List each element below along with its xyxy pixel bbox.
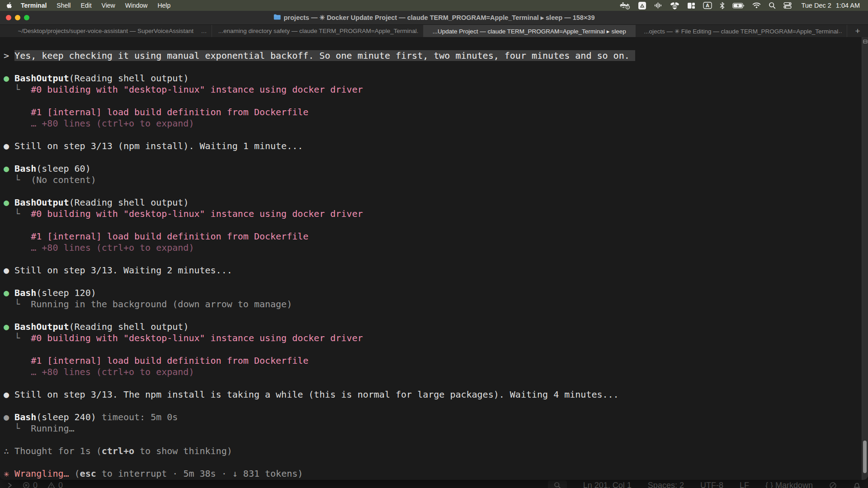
statusbar-label: 0 xyxy=(33,481,38,488)
terminal-tab-3[interactable]: ...Update Project — claude TERM_PROGRAM=… xyxy=(424,25,636,37)
statusbar-label: Spaces: 2 xyxy=(648,481,684,488)
split-pane-icon[interactable] xyxy=(862,37,868,46)
statusbar-label: UTF-8 xyxy=(700,481,723,488)
terminal-line xyxy=(4,434,860,446)
tab-bar: ~/Desktop/projects/super-voice-assistant… xyxy=(0,24,868,37)
statusbar-warning-triangle-icon[interactable]: 0 xyxy=(47,481,63,488)
terminal-line: └ #0 building with "desktop-linux" insta… xyxy=(4,208,860,220)
statusbar-chevron-right-icon[interactable] xyxy=(7,482,13,488)
terminal-line: #1 [internal] load build definition from… xyxy=(4,355,860,366)
input-source-icon[interactable]: A xyxy=(703,1,712,9)
menu-bar-clock[interactable]: Tue Dec 2 1:04 AM xyxy=(801,2,860,9)
terminal-line xyxy=(4,457,860,468)
terminal-tab-1[interactable]: ~/Desktop/projects/super-voice-assistant… xyxy=(0,25,212,37)
menu-shell[interactable]: Shell xyxy=(52,2,75,9)
terminal-lines: > Yes, keep checking it using manual exp… xyxy=(4,39,860,479)
terminal-line: └ (No content) xyxy=(4,174,860,186)
terminal-line xyxy=(4,344,860,355)
terminal-tab-2[interactable]: ...enaming directory safety — claude TER… xyxy=(212,25,424,37)
tab-overflow-indicator[interactable]: … xyxy=(413,28,419,34)
terminal-line: ● Still on step 3/13 (npm install). Wait… xyxy=(4,141,860,152)
statusbar-search-icon[interactable] xyxy=(548,480,567,488)
window-title-wrap: projects — ✳ Docker Update Project — cla… xyxy=(274,14,595,22)
chevron-right-icon xyxy=(7,482,13,488)
app-menus: TerminalShellEditViewWindowHelp xyxy=(16,1,175,9)
statusbar-item[interactable]: Ln 201, Col 1 xyxy=(583,481,632,488)
triangle-app-icon[interactable] xyxy=(638,1,646,9)
control-center-icon[interactable] xyxy=(783,1,792,9)
terminal-window: projects — ✳ Docker Update Project — cla… xyxy=(0,11,868,480)
scrollbar-thumb[interactable] xyxy=(863,441,867,473)
folder-icon xyxy=(274,14,281,22)
statusbar-error-circle-icon[interactable]: 0 xyxy=(23,481,38,488)
bee-icon[interactable] xyxy=(670,1,679,9)
terminal-line: ● Bash(sleep 60) xyxy=(4,163,860,174)
statusbar-item[interactable]: Spaces: 2 xyxy=(648,481,684,488)
terminal-line: … +80 lines (ctrl+o to expand) xyxy=(4,242,860,253)
menu-view[interactable]: View xyxy=(97,2,120,9)
terminal-line: ● Bash(sleep 240) timeout: 5m 0s xyxy=(4,412,860,423)
tab-overflow-indicator[interactable]: … xyxy=(836,28,843,34)
terminal-line: └ #0 building with "desktop-linux" insta… xyxy=(4,333,860,344)
terminal-tab-4[interactable]: ...ojects — ✳ File Editing — claude TERM… xyxy=(636,25,848,37)
tab-label: ~/Desktop/projects/super-voice-assistant… xyxy=(18,28,193,34)
terminal-line: #1 [internal] load build definition from… xyxy=(4,231,860,242)
terminal-content[interactable]: > Yes, keep checking it using manual exp… xyxy=(0,37,868,480)
svg-text:A: A xyxy=(706,3,709,8)
window-title: projects — ✳ Docker Update Project — cla… xyxy=(284,14,595,21)
terminal-line: ● BashOutput(Reading shell output) xyxy=(4,197,860,208)
title-bar[interactable]: projects — ✳ Docker Update Project — cla… xyxy=(0,11,868,24)
minimize-button[interactable] xyxy=(15,15,20,20)
bell-icon xyxy=(853,482,861,488)
bluetooth-icon[interactable] xyxy=(720,1,725,9)
status-bar-left: 00 xyxy=(0,481,63,488)
close-button[interactable] xyxy=(6,15,11,20)
terminal-line xyxy=(4,276,860,287)
terminal-line xyxy=(4,61,860,73)
menu-bar-left: TerminalShellEditViewWindowHelp xyxy=(6,1,175,9)
menu-help[interactable]: Help xyxy=(152,2,175,9)
wifi-icon[interactable] xyxy=(752,1,761,9)
terminal-line xyxy=(4,186,860,197)
new-tab-button[interactable]: + xyxy=(847,25,868,37)
menu-bar: TerminalShellEditViewWindowHelp A Tue De… xyxy=(0,0,868,11)
statusbar-item[interactable]: LF xyxy=(740,481,749,488)
battery-icon[interactable] xyxy=(732,1,745,9)
terminal-line: ● BashOutput(Reading shell output) xyxy=(4,73,860,84)
terminal-line: > Yes, keep checking it using manual exp… xyxy=(4,50,860,61)
tab-overflow-indicator[interactable]: … xyxy=(201,28,208,34)
status-bar-right: Ln 201, Col 1Spaces: 2UTF-8LF{ } Markdow… xyxy=(548,480,868,488)
menu-bar-date: Tue Dec 2 xyxy=(801,2,831,9)
terminal-line xyxy=(4,253,860,265)
tab-label: ...Update Project — claude TERM_PROGRAM=… xyxy=(433,28,626,35)
menu-bar-time: 1:04 AM xyxy=(836,2,860,9)
statusbar-bell-icon[interactable] xyxy=(853,482,861,488)
status-icons: A xyxy=(619,1,792,9)
terminal-line: … +80 lines (ctrl+o to expand) xyxy=(4,118,860,129)
audio-waveform-icon[interactable] xyxy=(654,1,662,9)
terminal-line: ∴ Thought for 1s (ctrl+o to show thinkin… xyxy=(4,446,860,457)
statusbar-item[interactable]: UTF-8 xyxy=(700,481,723,488)
terminal-line: ● Still on step 3/13. The npm install is… xyxy=(4,389,860,400)
zoom-button[interactable] xyxy=(24,15,29,20)
terminal-line: └ Running… xyxy=(4,423,860,434)
window-tiles-icon[interactable] xyxy=(687,1,695,9)
terminal-line: ● Bash(sleep 120) xyxy=(4,287,860,299)
circle-slash-icon xyxy=(829,482,837,488)
terminal-line: … +80 lines (ctrl+o to expand) xyxy=(4,366,860,378)
docker-icon[interactable] xyxy=(619,1,630,9)
statusbar-circle-slash-icon[interactable] xyxy=(829,482,837,488)
statusbar-item[interactable]: { } Markdown xyxy=(765,481,813,488)
tab-label: ...enaming directory safety — claude TER… xyxy=(218,28,417,34)
menu-bar-status-area: A Tue Dec 2 1:04 AM xyxy=(619,1,860,9)
search-icon xyxy=(554,482,561,488)
menu-terminal[interactable]: Terminal xyxy=(16,2,52,9)
apple-menu-icon[interactable] xyxy=(6,2,13,9)
terminal-line: └ Running in the background (down arrow … xyxy=(4,299,860,310)
menu-window[interactable]: Window xyxy=(120,2,153,9)
search-icon[interactable] xyxy=(769,1,776,9)
scrollbar-track[interactable] xyxy=(862,37,868,480)
terminal-line: └ #0 building with "desktop-linux" insta… xyxy=(4,84,860,95)
menu-edit[interactable]: Edit xyxy=(75,2,96,9)
terminal-line xyxy=(4,400,860,412)
